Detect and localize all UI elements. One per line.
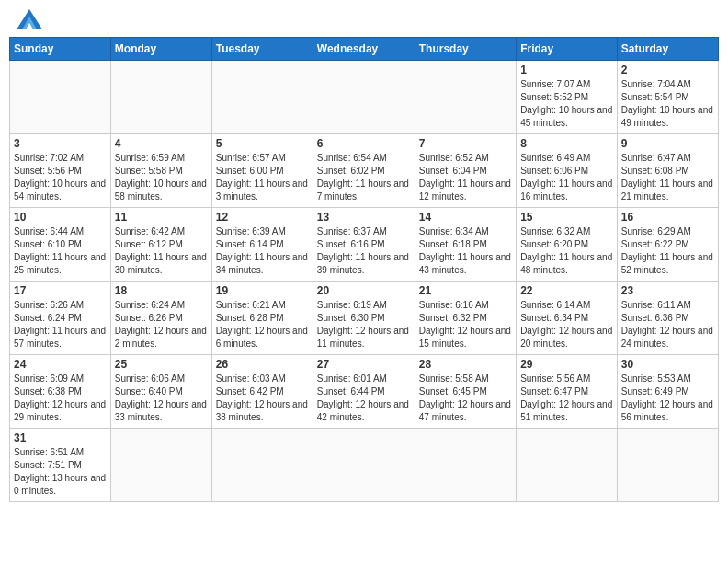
day-number: 10 [14,211,107,224]
day-number: 11 [115,211,208,224]
day-info: Sunrise: 7:02 AMSunset: 5:56 PMDaylight:… [14,152,107,203]
day-info: Sunrise: 6:11 AMSunset: 6:36 PMDaylight:… [621,299,714,350]
day-number: 22 [520,284,613,297]
calendar-day-cell: 25Sunrise: 6:06 AMSunset: 6:40 PMDayligh… [110,355,211,429]
calendar-day-cell: 26Sunrise: 6:03 AMSunset: 6:42 PMDayligh… [211,355,313,429]
day-number: 3 [14,137,107,150]
day-number: 8 [520,137,613,150]
day-number: 18 [115,284,208,297]
calendar-day-cell: 30Sunrise: 5:53 AMSunset: 6:49 PMDayligh… [617,355,718,429]
logo [13,9,42,29]
calendar-day-cell: 4Sunrise: 6:59 AMSunset: 5:58 PMDaylight… [110,134,211,208]
day-info: Sunrise: 7:07 AMSunset: 5:52 PMDaylight:… [520,78,613,130]
day-info: Sunrise: 6:03 AMSunset: 6:42 PMDaylight:… [216,373,309,424]
calendar-day-cell: 24Sunrise: 6:09 AMSunset: 6:38 PMDayligh… [10,355,111,429]
calendar-day-cell [313,61,415,134]
calendar-day-cell [415,429,516,502]
day-info: Sunrise: 6:42 AMSunset: 6:12 PMDaylight:… [115,225,208,277]
calendar-day-cell [10,61,111,134]
day-number: 29 [520,358,613,371]
calendar-day-cell [415,61,516,134]
calendar-day-cell: 12Sunrise: 6:39 AMSunset: 6:14 PMDayligh… [211,208,313,282]
day-number: 21 [419,284,512,297]
day-number: 15 [520,211,613,224]
calendar-day-cell: 16Sunrise: 6:29 AMSunset: 6:22 PMDayligh… [617,208,718,282]
day-number: 6 [317,137,411,150]
calendar-day-cell: 8Sunrise: 6:49 AMSunset: 6:06 PMDaylight… [517,134,618,208]
calendar-day-cell: 7Sunrise: 6:52 AMSunset: 6:04 PMDaylight… [415,134,516,208]
day-number: 4 [115,137,208,150]
day-number: 17 [14,284,107,297]
weekday-header-sunday: Sunday [10,38,111,61]
calendar-day-cell [211,429,313,502]
calendar-day-cell: 10Sunrise: 6:44 AMSunset: 6:10 PMDayligh… [10,208,111,282]
weekday-header-tuesday: Tuesday [211,38,313,61]
day-info: Sunrise: 5:58 AMSunset: 6:45 PMDaylight:… [419,373,512,424]
calendar-day-cell [617,429,718,502]
weekday-header-friday: Friday [517,38,618,61]
day-number: 20 [317,284,411,297]
day-number: 7 [419,137,512,150]
calendar-week-row: 17Sunrise: 6:26 AMSunset: 6:24 PMDayligh… [10,282,719,355]
day-info: Sunrise: 6:52 AMSunset: 6:04 PMDaylight:… [419,152,512,203]
day-info: Sunrise: 5:56 AMSunset: 6:47 PMDaylight:… [520,373,613,424]
calendar-day-cell: 31Sunrise: 6:51 AMSunset: 7:51 PMDayligh… [10,429,111,502]
weekday-header-wednesday: Wednesday [313,38,415,61]
calendar-day-cell: 13Sunrise: 6:37 AMSunset: 6:16 PMDayligh… [313,208,415,282]
day-number: 25 [115,358,208,371]
calendar-day-cell [110,61,211,134]
calendar-day-cell [517,429,618,502]
day-info: Sunrise: 5:53 AMSunset: 6:49 PMDaylight:… [621,373,714,424]
calendar-day-cell: 21Sunrise: 6:16 AMSunset: 6:32 PMDayligh… [415,282,516,355]
day-number: 16 [621,211,714,224]
weekday-header-row: SundayMondayTuesdayWednesdayThursdayFrid… [10,38,719,61]
day-info: Sunrise: 6:24 AMSunset: 6:26 PMDaylight:… [115,299,208,350]
calendar-week-row: 31Sunrise: 6:51 AMSunset: 7:51 PMDayligh… [10,429,719,502]
calendar-week-row: 1Sunrise: 7:07 AMSunset: 5:52 PMDaylight… [10,61,719,134]
calendar-day-cell: 20Sunrise: 6:19 AMSunset: 6:30 PMDayligh… [313,282,415,355]
day-info: Sunrise: 6:26 AMSunset: 6:24 PMDaylight:… [14,299,107,350]
calendar-day-cell: 29Sunrise: 5:56 AMSunset: 6:47 PMDayligh… [517,355,618,429]
calendar-body: 1Sunrise: 7:07 AMSunset: 5:52 PMDaylight… [10,61,719,502]
calendar-day-cell [110,429,211,502]
calendar-day-cell: 14Sunrise: 6:34 AMSunset: 6:18 PMDayligh… [415,208,516,282]
day-info: Sunrise: 6:16 AMSunset: 6:32 PMDaylight:… [419,299,512,350]
day-number: 27 [317,358,411,371]
day-number: 30 [621,358,714,371]
calendar-day-cell: 28Sunrise: 5:58 AMSunset: 6:45 PMDayligh… [415,355,516,429]
day-info: Sunrise: 6:01 AMSunset: 6:44 PMDaylight:… [317,373,411,424]
calendar-day-cell: 17Sunrise: 6:26 AMSunset: 6:24 PMDayligh… [10,282,111,355]
day-info: Sunrise: 6:51 AMSunset: 7:51 PMDaylight:… [14,446,107,498]
day-info: Sunrise: 6:59 AMSunset: 5:58 PMDaylight:… [115,152,208,203]
calendar-header: SundayMondayTuesdayWednesdayThursdayFrid… [10,38,719,61]
calendar-week-row: 3Sunrise: 7:02 AMSunset: 5:56 PMDaylight… [10,134,719,208]
day-number: 1 [520,63,613,76]
calendar-day-cell: 27Sunrise: 6:01 AMSunset: 6:44 PMDayligh… [313,355,415,429]
day-info: Sunrise: 7:04 AMSunset: 5:54 PMDaylight:… [621,78,714,130]
day-number: 28 [419,358,512,371]
day-number: 23 [621,284,714,297]
day-number: 9 [621,137,714,150]
day-info: Sunrise: 6:19 AMSunset: 6:30 PMDaylight:… [317,299,411,350]
calendar-day-cell: 1Sunrise: 7:07 AMSunset: 5:52 PMDaylight… [517,61,618,134]
day-info: Sunrise: 6:32 AMSunset: 6:20 PMDaylight:… [520,225,613,277]
day-info: Sunrise: 6:34 AMSunset: 6:18 PMDaylight:… [419,225,512,277]
calendar-day-cell [211,61,313,134]
calendar-day-cell: 15Sunrise: 6:32 AMSunset: 6:20 PMDayligh… [517,208,618,282]
day-number: 5 [216,137,309,150]
day-info: Sunrise: 6:21 AMSunset: 6:28 PMDaylight:… [216,299,309,350]
day-info: Sunrise: 6:39 AMSunset: 6:14 PMDaylight:… [216,225,309,277]
day-number: 31 [14,431,107,444]
day-info: Sunrise: 6:44 AMSunset: 6:10 PMDaylight:… [14,225,107,277]
day-info: Sunrise: 6:06 AMSunset: 6:40 PMDaylight:… [115,373,208,424]
day-info: Sunrise: 6:29 AMSunset: 6:22 PMDaylight:… [621,225,714,277]
calendar-day-cell: 22Sunrise: 6:14 AMSunset: 6:34 PMDayligh… [517,282,618,355]
day-number: 14 [419,211,512,224]
weekday-header-monday: Monday [110,38,211,61]
calendar-week-row: 24Sunrise: 6:09 AMSunset: 6:38 PMDayligh… [10,355,719,429]
page-header [9,9,719,29]
calendar-day-cell: 9Sunrise: 6:47 AMSunset: 6:08 PMDaylight… [617,134,718,208]
logo-icon [17,9,42,29]
day-number: 2 [621,63,714,76]
day-info: Sunrise: 6:49 AMSunset: 6:06 PMDaylight:… [520,152,613,203]
